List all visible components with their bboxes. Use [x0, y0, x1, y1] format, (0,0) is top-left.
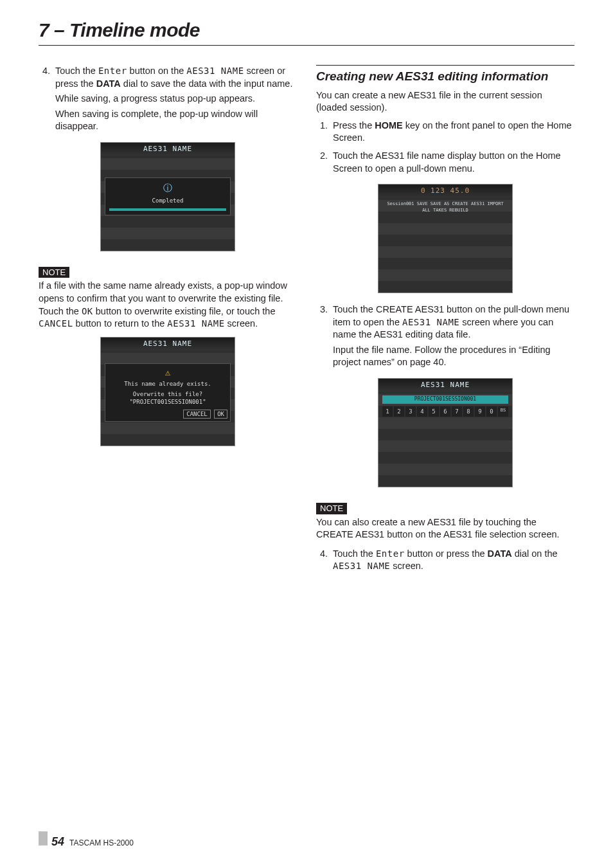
step-number: 1. — [316, 120, 328, 147]
screenshot-title: 0 123 45.0 — [378, 185, 512, 197]
step-body: Touch the Enter button on the AES31 NAME… — [55, 65, 297, 136]
key: 3 — [405, 406, 416, 417]
screenshot-overwrite: AES31 NAME ⚠ This name already exists. O… — [39, 337, 297, 446]
step-number: 4. — [316, 548, 328, 575]
data-dial-label: DATA — [488, 548, 512, 559]
t: Touch the — [333, 548, 376, 559]
cancel-button: CANCEL — [183, 410, 211, 419]
note-label: NOTE — [316, 503, 347, 514]
page: 7 – Timeline mode 4. Touch the Enter but… — [39, 19, 574, 829]
step-body: Press the HOME key on the front panel to… — [333, 120, 574, 147]
footer-tab — [39, 831, 48, 845]
step3-p2: Input the file name. Follow the procedur… — [333, 344, 574, 369]
screenshot-home-menu: 0 123 45.0 Session001 SAVE SAVE AS CREAT… — [316, 184, 574, 293]
t: Touch the — [55, 66, 98, 76]
step4-p2: While saving, a progress status pop-up a… — [55, 93, 297, 105]
completed-label: Completed — [109, 197, 226, 204]
key: 4 — [417, 406, 427, 417]
page-number: 54 — [51, 835, 64, 849]
key: BS — [498, 406, 508, 417]
left-step-4: 4. Touch the Enter button on the AES31 N… — [39, 65, 297, 136]
right-step-3: 3. Touch the CREATE AES31 button on the … — [316, 303, 574, 372]
chapter-title: 7 – Timeline mode — [39, 19, 574, 41]
t: Press the — [333, 120, 375, 131]
screenshot-body: PROJECT001SESSION001 1234567890BS — [378, 392, 512, 487]
step-number: 2. — [316, 150, 328, 177]
screenshot-body: Session001 SAVE SAVE AS CREATE AES31 IMP… — [378, 197, 512, 293]
note-label: NOTE — [39, 267, 69, 278]
msg2: Overwrite this file? — [108, 390, 227, 398]
key: 1 — [382, 406, 393, 417]
t: screen. — [390, 561, 423, 571]
right-step-1: 1. Press the HOME key on the front panel… — [316, 120, 574, 147]
step4-p3: When saving is complete, the pop-up wind… — [55, 108, 297, 133]
note-2-text: You can also create a new AES31 file by … — [316, 516, 574, 541]
key: 8 — [463, 406, 474, 417]
data-dial-label: DATA — [96, 78, 121, 89]
right-step-2: 2. Touch the AES31 file name display but… — [316, 150, 574, 177]
page-footer: 54 TASCAM HS-2000 — [39, 831, 134, 849]
step-number: 4. — [39, 65, 50, 136]
screenshot-title: AES31 NAME — [378, 379, 512, 392]
aes31-name-label: AES31 NAME — [333, 561, 390, 571]
model-name: TASCAM HS-2000 — [69, 838, 134, 847]
step-body: Touch the CREATE AES31 button on the pul… — [333, 303, 574, 372]
key: 2 — [394, 406, 404, 417]
msg3: "PROJECT001SESSION001" — [108, 398, 227, 406]
screenshot-title: AES31 NAME — [101, 338, 235, 350]
ok-button: OK — [214, 410, 227, 419]
section-rule — [316, 65, 574, 66]
screenshot-keyboard: AES31 NAME PROJECT001SESSION001 12345678… — [316, 378, 574, 487]
left-column: 4. Touch the Enter button on the AES31 N… — [39, 65, 297, 578]
t: dial on the — [512, 548, 558, 559]
enter-button-label: Enter — [376, 548, 405, 559]
key: 5 — [429, 406, 439, 417]
step4-p1: Touch the Enter button on the AES31 NAME… — [55, 65, 297, 90]
key: 0 — [486, 406, 497, 417]
t: button on the — [127, 66, 187, 76]
right-column: Creating new AES31 editing information Y… — [316, 65, 574, 578]
intro-text: You can create a new AES31 file in the c… — [316, 89, 574, 114]
screenshot-body: ⓘ Completed — [101, 156, 235, 251]
t: button to overwrite existing file, or to… — [93, 306, 276, 316]
step-body: Touch the Enter button or press the DATA… — [333, 548, 574, 575]
screenshot-title: AES31 NAME — [101, 143, 235, 156]
key: 6 — [440, 406, 450, 417]
chapter-rule — [39, 45, 574, 46]
two-columns: 4. Touch the Enter button on the AES31 N… — [39, 65, 574, 578]
screenshot-body: ⚠ This name already exists. Overwrite th… — [101, 350, 235, 446]
step2-text: Touch the AES31 file name display button… — [333, 150, 574, 175]
note-1-text: If a file with the same name already exi… — [39, 280, 297, 330]
t: dial to save the data with the input nam… — [121, 78, 293, 89]
step-number: 3. — [316, 303, 328, 372]
section-heading: Creating new AES31 editing information — [316, 69, 574, 84]
right-step-4: 4. Touch the Enter button or press the D… — [316, 548, 574, 575]
input-text: PROJECT001SESSION001 — [382, 395, 508, 404]
key: 9 — [475, 406, 485, 417]
step4b-text: Touch the Enter button or press the DATA… — [333, 548, 574, 573]
step-body: Touch the AES31 file name display button… — [333, 150, 574, 177]
cancel-button-label: CANCEL — [39, 318, 73, 329]
enter-button-label: Enter — [98, 66, 127, 76]
ok-button-label: OK — [82, 306, 93, 316]
aes31-name-label: AES31 NAME — [186, 66, 244, 76]
aes31-name-label: AES31 NAME — [167, 318, 224, 329]
screenshot-completed: AES31 NAME ⓘ Completed — [39, 142, 297, 251]
msg1: This name already exists. — [108, 380, 227, 388]
home-key-label: HOME — [375, 120, 403, 131]
t: button or press the — [405, 548, 488, 559]
aes31-name-label: AES31 NAME — [402, 317, 459, 327]
step1-text: Press the HOME key on the front panel to… — [333, 120, 574, 145]
t: screen. — [225, 318, 258, 329]
t: button to return to the — [73, 318, 168, 329]
step3-p1: Touch the CREATE AES31 button on the pul… — [333, 303, 574, 341]
key: 7 — [452, 406, 462, 417]
